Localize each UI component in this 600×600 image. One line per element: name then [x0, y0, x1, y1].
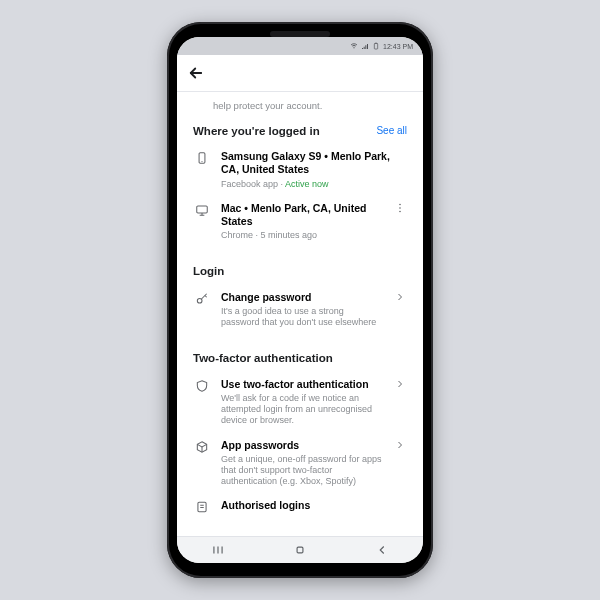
- use-2fa-row[interactable]: Use two-factor authentication We'll ask …: [193, 372, 407, 433]
- section-logged-in: Where you're logged in See all: [193, 124, 407, 138]
- truncated-hint: help protect your account.: [213, 100, 407, 112]
- row-text: App passwords Get a unique, one-off pass…: [221, 439, 383, 488]
- session-device: Mac • Menlo Park, CA, United States: [221, 202, 383, 228]
- session-text: Samsung Galaxy S9 • Menlo Park, CA, Unit…: [221, 150, 407, 190]
- svg-rect-5: [197, 206, 208, 213]
- svg-point-8: [399, 210, 401, 212]
- section-2fa-title: Two-factor authentication: [193, 351, 333, 365]
- row-text: Use two-factor authentication We'll ask …: [221, 378, 383, 427]
- desktop-icon: [193, 203, 211, 217]
- see-all-link[interactable]: See all: [376, 125, 407, 138]
- svg-point-4: [201, 161, 202, 162]
- authorised-logins-title: Authorised logins: [221, 499, 407, 512]
- change-password-row[interactable]: Change password It's a good idea to use …: [193, 285, 407, 335]
- recents-button[interactable]: [196, 540, 240, 560]
- svg-rect-10: [198, 503, 206, 512]
- settings-list: help protect your account. Where you're …: [177, 100, 423, 516]
- cube-icon: [193, 440, 211, 454]
- status-time: 12:43 PM: [383, 43, 413, 50]
- row-text: Change password It's a good idea to use …: [221, 291, 383, 329]
- phone-screen: 12:43 PM help protect your account. Wher…: [177, 37, 423, 563]
- key-icon: [193, 292, 211, 306]
- chevron-right-icon: [393, 291, 407, 303]
- svg-rect-2: [375, 43, 376, 44]
- row-text: Authorised logins: [221, 499, 407, 512]
- use-2fa-title: Use two-factor authentication: [221, 378, 383, 391]
- section-logged-in-title: Where you're logged in: [193, 124, 320, 138]
- back-button[interactable]: [187, 64, 205, 82]
- section-login-title: Login: [193, 264, 224, 278]
- use-2fa-sub: We'll ask for a code if we notice an att…: [221, 393, 383, 427]
- home-button[interactable]: [278, 540, 322, 560]
- change-password-sub: It's a good idea to use a strong passwor…: [221, 306, 383, 329]
- shield-icon: [193, 379, 211, 393]
- section-2fa: Two-factor authentication: [193, 351, 407, 365]
- session-row-current[interactable]: Samsung Galaxy S9 • Menlo Park, CA, Unit…: [193, 144, 407, 196]
- chevron-right-icon: [393, 378, 407, 390]
- system-nav-bar: [177, 536, 423, 563]
- session-sub: Facebook app · Active now: [221, 179, 407, 190]
- smartphone-icon: [193, 151, 211, 165]
- status-bar: 12:43 PM: [177, 37, 423, 55]
- svg-point-0: [354, 48, 355, 49]
- svg-point-7: [399, 207, 401, 209]
- session-sub: Chrome · 5 minutes ago: [221, 230, 383, 241]
- battery-icon: [372, 42, 380, 50]
- stage: 12:43 PM help protect your account. Wher…: [0, 0, 600, 600]
- svg-rect-1: [374, 43, 377, 49]
- svg-point-9: [197, 298, 202, 303]
- phone-frame: 12:43 PM help protect your account. Wher…: [167, 22, 433, 578]
- authorised-logins-row[interactable]: Authorised logins: [193, 493, 407, 516]
- change-password-title: Change password: [221, 291, 383, 304]
- app-passwords-sub: Get a unique, one-off password for apps …: [221, 454, 383, 488]
- divider: [193, 340, 407, 341]
- app-passwords-row[interactable]: App passwords Get a unique, one-off pass…: [193, 433, 407, 494]
- signal-icon: [361, 42, 369, 50]
- session-more-button[interactable]: [393, 202, 407, 214]
- list-icon: [193, 500, 211, 514]
- system-back-button[interactable]: [360, 540, 404, 560]
- svg-rect-11: [297, 547, 303, 553]
- scroll-body[interactable]: help protect your account. Where you're …: [177, 92, 423, 536]
- session-text: Mac • Menlo Park, CA, United States Chro…: [221, 202, 383, 242]
- divider: [193, 253, 407, 254]
- session-device: Samsung Galaxy S9 • Menlo Park, CA, Unit…: [221, 150, 407, 176]
- session-row[interactable]: Mac • Menlo Park, CA, United States Chro…: [193, 196, 407, 248]
- section-login: Login: [193, 264, 407, 278]
- app-passwords-title: App passwords: [221, 439, 383, 452]
- svg-point-6: [399, 203, 401, 205]
- chevron-right-icon: [393, 439, 407, 451]
- app-bar: [177, 55, 423, 92]
- wifi-icon: [350, 42, 358, 50]
